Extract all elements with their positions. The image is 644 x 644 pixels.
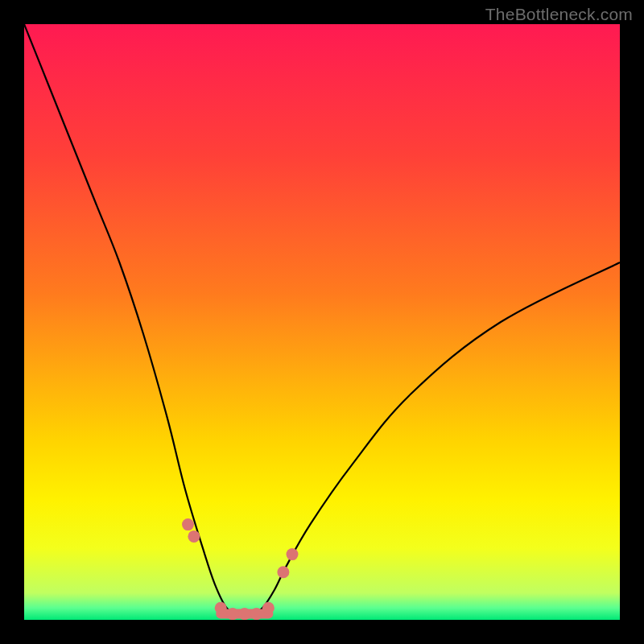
marker-point bbox=[287, 548, 299, 560]
bottleneck-curve bbox=[24, 24, 620, 615]
marker-group bbox=[182, 518, 299, 620]
chart-svg bbox=[24, 24, 620, 620]
marker-point bbox=[182, 518, 194, 530]
marker-point bbox=[188, 530, 200, 543]
marker-point bbox=[227, 608, 239, 620]
marker-point bbox=[238, 608, 250, 620]
plot-area bbox=[24, 24, 620, 620]
marker-point bbox=[250, 608, 262, 620]
marker-point bbox=[262, 602, 275, 614]
watermark-text: TheBottleneck.com bbox=[485, 5, 633, 24]
marker-point bbox=[215, 602, 227, 614]
marker-point bbox=[277, 566, 289, 578]
